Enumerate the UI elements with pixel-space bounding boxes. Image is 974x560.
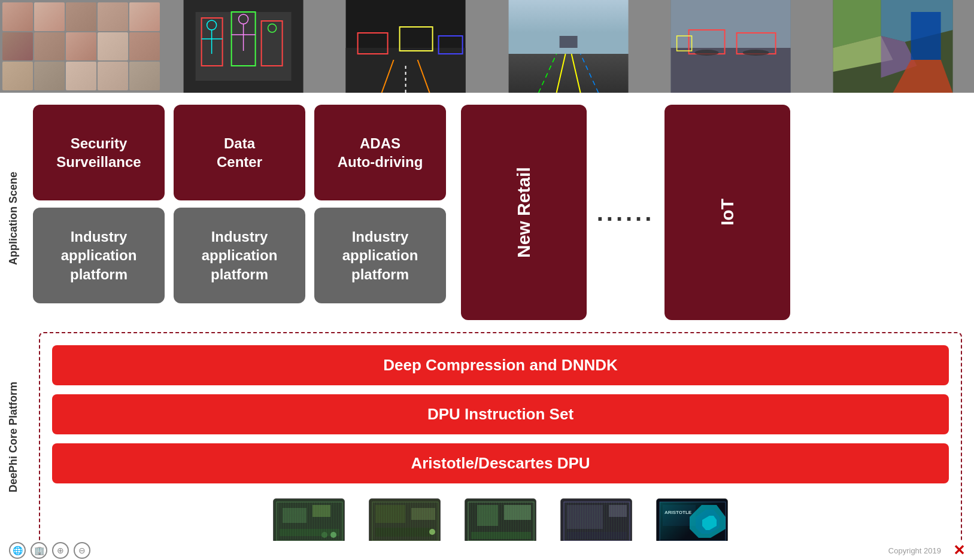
svg-rect-62 — [567, 505, 603, 529]
svg-rect-61 — [564, 502, 630, 541]
label-column: Application Scene DeePhi Core Platform — [0, 93, 27, 560]
industry-platform-card-1: Industry application platform — [33, 208, 165, 303]
copyright-text: Copyright 2019 — [888, 546, 941, 555]
segmentation-image — [812, 0, 974, 93]
svg-rect-40 — [911, 12, 940, 60]
svg-rect-51 — [375, 505, 405, 523]
face-grid-image — [0, 0, 162, 93]
svg-rect-43 — [277, 502, 342, 541]
svg-rect-66 — [660, 502, 726, 541]
industry-platform-card-3: Industry application platform — [314, 208, 446, 303]
app-scene-sidebar-label: Application Scene — [0, 105, 27, 332]
person-detection-image — [162, 0, 324, 93]
main-layout: Application Scene DeePhi Core Platform S… — [0, 93, 974, 560]
scene-bottom-row: Industry application platform Industry a… — [33, 208, 446, 303]
road-scene-image — [487, 0, 650, 93]
zoom-out-icon[interactable]: ⊖ — [74, 542, 90, 559]
svg-rect-67 — [663, 505, 696, 526]
svg-point-34 — [742, 50, 769, 56]
security-surveillance-card: Security Surveillance — [33, 105, 165, 200]
svg-rect-59 — [471, 532, 531, 539]
image-strip — [0, 0, 974, 93]
svg-point-33 — [694, 50, 718, 56]
svg-rect-60 — [561, 499, 632, 543]
svg-rect-44 — [283, 508, 307, 523]
building-icon[interactable]: 🏢 — [31, 542, 47, 559]
svg-marker-69 — [690, 505, 726, 538]
traffic-detection-image — [324, 0, 487, 93]
ellipsis-cell: ...... — [596, 105, 656, 320]
svg-rect-26 — [559, 36, 577, 48]
svg-rect-55 — [465, 499, 536, 543]
svg-marker-71 — [702, 516, 717, 530]
svg-marker-70 — [696, 510, 720, 534]
iot-card: IoT — [664, 105, 790, 320]
svg-rect-56 — [468, 502, 534, 541]
svg-rect-58 — [504, 505, 531, 520]
svg-rect-52 — [411, 508, 435, 520]
new-retail-card: New Retail — [461, 105, 587, 320]
aristotle-dpu-bar: Aristotle/Descartes DPU — [52, 443, 949, 483]
content-column: Security Surveillance Data Center ADAS A… — [27, 93, 974, 560]
zu2-board-2-image — [560, 498, 632, 543]
data-center-card: Data Center — [174, 105, 305, 200]
svg-rect-65 — [657, 499, 728, 543]
svg-rect-29 — [670, 48, 790, 93]
deep-compression-bar: Deep Compression and DNNDK — [52, 345, 949, 385]
application-scene-area: Security Surveillance Data Center ADAS A… — [27, 93, 974, 326]
scene-cards-grid: Security Surveillance Data Center ADAS A… — [33, 105, 446, 303]
zoom-in-icon[interactable]: ⊕ — [52, 542, 69, 559]
svg-rect-64 — [567, 532, 627, 539]
svg-rect-42 — [274, 499, 345, 543]
svg-text:ARISTOTLE: ARISTOTLE — [664, 510, 692, 515]
svg-rect-49 — [369, 499, 441, 543]
zu2-board-1-image — [465, 498, 536, 543]
bottom-bar: 🌐 🏢 ⊕ ⊖ Copyright 2019 ✕ — [0, 541, 974, 560]
adas-card: ADAS Auto-driving — [314, 105, 446, 200]
svg-rect-53 — [375, 528, 432, 537]
bottom-icons: 🌐 🏢 ⊕ ⊖ — [9, 542, 90, 559]
dpu-instruction-bar: DPU Instruction Set — [52, 394, 949, 434]
svg-point-54 — [429, 529, 435, 535]
close-icon[interactable]: ✕ — [953, 542, 965, 559]
zu9-board-image: ARISTOTLE — [656, 498, 728, 543]
svg-rect-45 — [312, 505, 330, 517]
deephi-section: Deep Compression and DNNDK DPU Instructi… — [39, 332, 962, 560]
industry-platform-card-2: Industry application platform — [174, 208, 305, 303]
svg-rect-46 — [280, 529, 339, 536]
svg-rect-21 — [508, 54, 628, 93]
svg-rect-50 — [372, 502, 438, 541]
vehicle-detection-image — [650, 0, 812, 93]
deephi-sidebar-label: DeePhi Core Platform — [0, 332, 27, 541]
globe-icon[interactable]: 🌐 — [9, 542, 26, 559]
svg-point-48 — [321, 532, 327, 538]
svg-rect-57 — [477, 505, 498, 526]
svg-point-47 — [330, 532, 336, 538]
scene-top-row: Security Surveillance Data Center ADAS A… — [33, 105, 446, 200]
zynq7020-board-1-image — [273, 498, 345, 543]
zynq7020-board-2-image — [369, 498, 441, 543]
large-cards-area: New Retail ...... IoT — [461, 105, 790, 320]
svg-rect-63 — [609, 505, 627, 517]
